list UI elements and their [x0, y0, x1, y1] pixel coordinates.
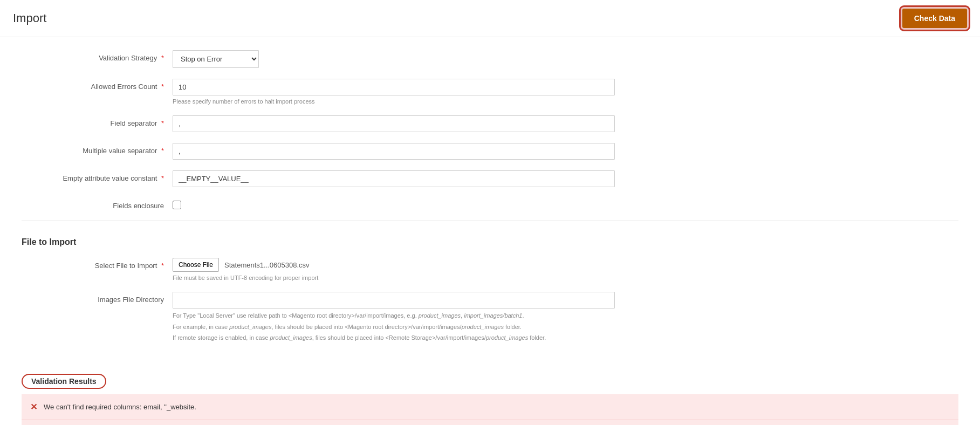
validation-strategy-row: Validation Strategy * Stop on ErrorSkip …: [22, 50, 958, 68]
images-file-directory-input[interactable]: [173, 292, 615, 309]
fields-enclosure-control: [173, 198, 615, 209]
import-form: Validation Strategy * Stop on ErrorSkip …: [0, 37, 980, 368]
error-icon-1: ✕: [30, 402, 37, 412]
required-marker: *: [161, 83, 164, 91]
file-name-display: Statements1...0605308.csv: [224, 261, 310, 269]
section-divider: [22, 221, 958, 221]
field-separator-row: Field separator *: [22, 115, 958, 132]
allowed-errors-count-control: Please specify number of errors to halt …: [173, 79, 615, 105]
allowed-errors-count-input[interactable]: [173, 79, 615, 95]
images-file-directory-label: Images File Directory: [22, 292, 173, 304]
multiple-value-separator-label: Multiple value separator *: [22, 143, 173, 155]
required-marker: *: [161, 262, 164, 270]
validation-strategy-select-wrapper: Stop on ErrorSkip Errors: [173, 50, 615, 68]
allowed-errors-count-hint: Please specify number of errors to halt …: [173, 98, 615, 105]
required-marker: *: [161, 147, 164, 155]
empty-attribute-value-constant-input[interactable]: [173, 170, 615, 187]
empty-attribute-value-constant-row: Empty attribute value constant *: [22, 170, 958, 187]
validation-strategy-select[interactable]: Stop on ErrorSkip Errors: [173, 50, 259, 68]
multiple-value-separator-row: Multiple value separator *: [22, 143, 958, 160]
empty-attribute-value-constant-label: Empty attribute value constant *: [22, 170, 173, 182]
error-message-1: We can't find required columns: email, "…: [44, 403, 950, 411]
select-file-to-import-row: Select File to Import * Choose File Stat…: [22, 258, 958, 281]
select-file-to-import-label: Select File to Import *: [22, 258, 173, 270]
required-marker: *: [161, 174, 164, 182]
validation-results-section: Validation Results ✕ We can't find requi…: [0, 368, 980, 425]
file-input-row: Choose File Statements1...0605308.csv: [173, 258, 615, 272]
images-hint-2: For example, in case product_images, fil…: [173, 323, 615, 332]
multiple-value-separator-input[interactable]: [173, 143, 615, 160]
fields-enclosure-label: Fields enclosure: [22, 198, 173, 210]
images-hint-3: If remote storage is enabled, in case pr…: [173, 333, 615, 343]
fields-enclosure-row: Fields enclosure: [22, 198, 958, 210]
empty-attribute-value-constant-control: [173, 170, 615, 187]
page-title: Import: [13, 11, 46, 25]
allowed-errors-count-label: Allowed Errors Count *: [22, 79, 173, 91]
check-data-button[interactable]: Check Data: [902, 9, 967, 28]
file-to-import-section-title: File to Import: [22, 232, 958, 247]
fields-enclosure-checkbox[interactable]: [173, 201, 181, 209]
field-separator-input[interactable]: [173, 115, 615, 132]
images-file-directory-row: Images File Directory For Type "Local Se…: [22, 292, 958, 345]
validation-strategy-control: Stop on ErrorSkip Errors: [173, 50, 615, 68]
multiple-value-separator-control: [173, 143, 615, 160]
images-file-directory-hints: For Type "Local Server" use relative pat…: [173, 311, 615, 343]
error-row-1: ✕ We can't find required columns: email,…: [22, 394, 958, 420]
required-marker: *: [161, 119, 164, 127]
validation-strategy-label: Validation Strategy *: [22, 50, 173, 62]
images-hint-1: For Type "Local Server" use relative pat…: [173, 311, 615, 321]
fields-enclosure-checkbox-wrap: [173, 198, 615, 209]
validation-results-title: Validation Results: [22, 374, 106, 389]
required-marker: *: [161, 54, 164, 62]
error-row-2: ✕ Column names: "Invoice Number", "Order…: [22, 420, 958, 425]
select-file-to-import-control: Choose File Statements1...0605308.csv Fi…: [173, 258, 615, 281]
field-separator-control: [173, 115, 615, 132]
choose-file-button[interactable]: Choose File: [173, 258, 219, 272]
page-header: Import Check Data: [0, 0, 980, 37]
file-import-hint: File must be saved in UTF-8 encoding for…: [173, 275, 615, 281]
images-file-directory-control: For Type "Local Server" use relative pat…: [173, 292, 615, 345]
field-separator-label: Field separator *: [22, 115, 173, 127]
allowed-errors-count-row: Allowed Errors Count * Please specify nu…: [22, 79, 958, 105]
main-content: Validation Strategy * Stop on ErrorSkip …: [0, 37, 980, 425]
